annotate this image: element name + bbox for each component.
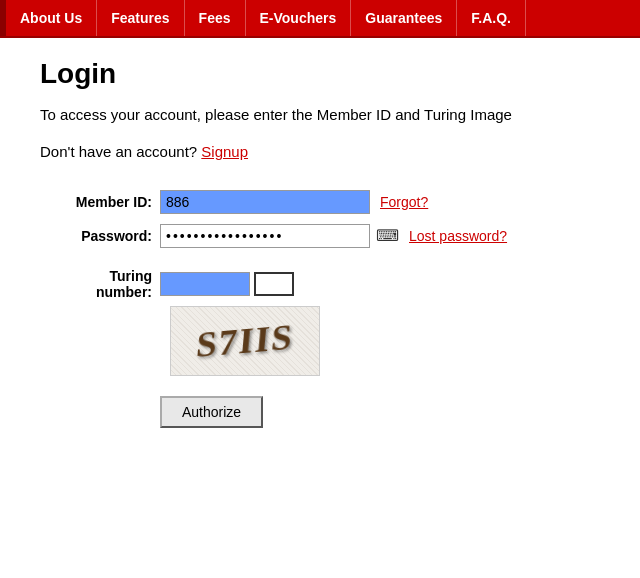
password-row: Password: ⌨ Lost password? <box>50 224 610 248</box>
intro-text: To access your account, please enter the… <box>40 104 610 127</box>
turing-input-wrapper <box>160 272 294 296</box>
turing-label: Turing number: <box>50 268 160 300</box>
turing-box <box>254 272 294 296</box>
lost-password-link[interactable]: Lost password? <box>409 228 507 244</box>
page-title: Login <box>40 58 610 90</box>
member-id-label: Member ID: <box>50 194 160 210</box>
login-form: Member ID: Forgot? Password: ⌨ Lost pass… <box>50 190 610 248</box>
nav-item-faq[interactable]: F.A.Q. <box>457 0 526 36</box>
navbar: About Us Features Fees E-Vouchers Guaran… <box>0 0 640 38</box>
nav-item-about-us[interactable]: About Us <box>6 0 97 36</box>
member-id-row: Member ID: Forgot? <box>50 190 610 214</box>
nav-item-fees[interactable]: Fees <box>185 0 246 36</box>
authorize-section: Authorize <box>160 396 610 428</box>
authorize-button[interactable]: Authorize <box>160 396 263 428</box>
nav-item-features[interactable]: Features <box>97 0 184 36</box>
no-account-text: Don't have an account? <box>40 143 197 160</box>
nav-item-evouchers[interactable]: E-Vouchers <box>246 0 352 36</box>
turing-row: Turing number: <box>50 268 610 300</box>
captcha-image: S7IIS <box>170 306 320 376</box>
nav-item-guarantees[interactable]: Guarantees <box>351 0 457 36</box>
keyboard-icon[interactable]: ⌨ <box>376 226 399 245</box>
forgot-link[interactable]: Forgot? <box>380 194 428 210</box>
signup-prompt: Don't have an account? Signup <box>40 143 610 160</box>
signup-link[interactable]: Signup <box>201 143 248 160</box>
captcha-text: S7IIS <box>195 315 296 365</box>
member-id-input[interactable] <box>160 190 370 214</box>
password-input[interactable] <box>160 224 370 248</box>
turing-section: Turing number: S7IIS <box>50 268 610 376</box>
main-content: Login To access your account, please ent… <box>0 38 640 458</box>
password-label: Password: <box>50 228 160 244</box>
turing-input[interactable] <box>160 272 250 296</box>
